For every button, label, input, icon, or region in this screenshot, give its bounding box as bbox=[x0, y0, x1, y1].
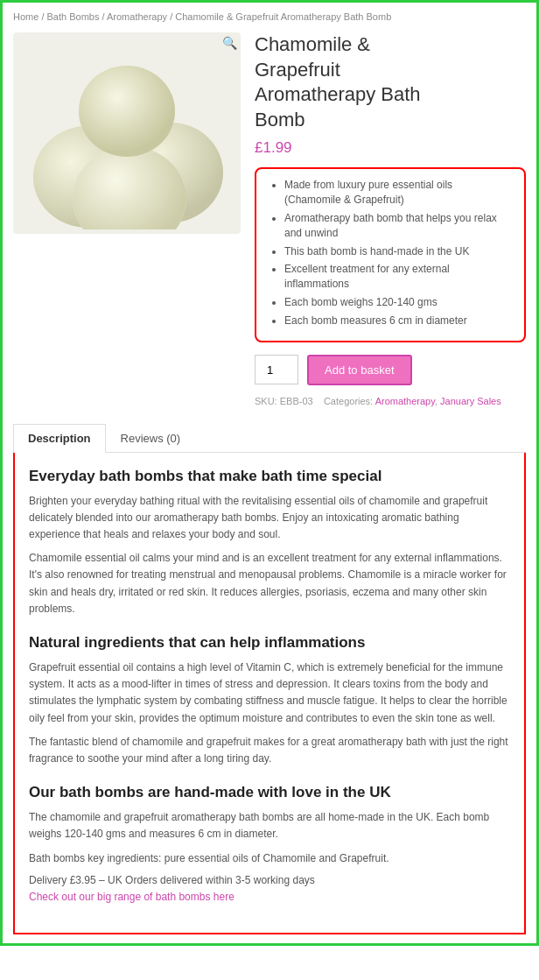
desc-para-3-2: Bath bombs key ingredients: pure essenti… bbox=[29, 850, 510, 867]
add-to-basket-button[interactable]: Add to basket bbox=[307, 355, 412, 385]
desc-section-3: Our bath bombs are hand-made with love i… bbox=[29, 783, 510, 903]
sku-value: EBB-03 bbox=[280, 396, 313, 406]
desc-heading-1: Everyday bath bombs that make bath time … bbox=[29, 467, 510, 486]
zoom-icon[interactable]: 🔍 bbox=[222, 36, 237, 50]
desc-para-3-1: The chamomile and grapefruit aromatherap… bbox=[29, 809, 510, 843]
desc-section-2: Natural ingredients that can help inflam… bbox=[29, 633, 510, 767]
add-to-basket-row: Add to basket bbox=[255, 355, 526, 385]
bath-bombs-link[interactable]: Check out our big range of bath bombs he… bbox=[29, 891, 234, 903]
categories-label: Categories: bbox=[324, 396, 373, 406]
breadcrumb-home[interactable]: Home bbox=[13, 11, 38, 22]
breadcrumb-aromatherapy[interactable]: Aromatherapy bbox=[107, 11, 167, 22]
product-image-svg bbox=[18, 37, 236, 229]
tab-description[interactable]: Description bbox=[13, 424, 106, 453]
breadcrumb: Home / Bath Bombs / Aromatherapy / Chamo… bbox=[13, 11, 526, 22]
product-image-area: 🔍 bbox=[13, 32, 241, 406]
feature-item: This bath bomb is hand-made in the UK bbox=[284, 244, 512, 259]
feature-item: Made from luxury pure essential oils (Ch… bbox=[284, 178, 512, 208]
sku-label: SKU: bbox=[255, 396, 277, 406]
feature-item: Each bomb weighs 120-140 gms bbox=[284, 295, 512, 310]
desc-para-1-2: Chamomile essential oil calms your mind … bbox=[29, 550, 510, 617]
delivery-text: Delivery £3.95 – UK Orders delivered wit… bbox=[29, 874, 510, 886]
product-details: Chamomile & Grapefruit Aromatherapy Bath… bbox=[255, 32, 526, 406]
product-section: 🔍 bbox=[13, 32, 526, 406]
desc-heading-3: Our bath bombs are hand-made with love i… bbox=[29, 783, 510, 802]
category-aromatherapy[interactable]: Aromatherapy bbox=[375, 396, 435, 406]
desc-para-2-2: The fantastic blend of chamomile and gra… bbox=[29, 734, 510, 767]
features-list: Made from luxury pure essential oils (Ch… bbox=[269, 178, 512, 328]
feature-item: Aromatherapy bath bomb that helps you re… bbox=[284, 211, 512, 241]
breadcrumb-bath-bombs[interactable]: Bath Bombs bbox=[47, 11, 100, 22]
desc-heading-2: Natural ingredients that can help inflam… bbox=[29, 633, 510, 652]
desc-para-2-1: Grapefruit essential oil contains a high… bbox=[29, 659, 510, 727]
product-image bbox=[13, 32, 241, 234]
category-january-sales[interactable]: January Sales bbox=[440, 396, 501, 406]
svg-point-7 bbox=[79, 66, 175, 157]
tabs-row: Description Reviews (0) bbox=[13, 424, 526, 453]
product-price: £1.99 bbox=[255, 139, 526, 157]
features-box: Made from luxury pure essential oils (Ch… bbox=[255, 167, 526, 342]
desc-para-1-1: Brighten your everyday bathing ritual wi… bbox=[29, 493, 510, 544]
description-content: Everyday bath bombs that make bath time … bbox=[13, 453, 526, 934]
breadcrumb-current: Chamomile & Grapefruit Aromatherapy Bath… bbox=[175, 11, 391, 22]
product-meta: SKU: EBB-03 Categories: Aromatherapy, Ja… bbox=[255, 396, 526, 406]
feature-item: Excellent treatment for any external inf… bbox=[284, 262, 512, 292]
tab-reviews[interactable]: Reviews (0) bbox=[106, 424, 196, 453]
desc-section-1: Everyday bath bombs that make bath time … bbox=[29, 467, 510, 617]
feature-item: Each bomb measures 6 cm in diameter bbox=[284, 314, 512, 328]
product-title: Chamomile & Grapefruit Aromatherapy Bath… bbox=[255, 32, 526, 132]
page-wrapper: Home / Bath Bombs / Aromatherapy / Chamo… bbox=[3, 3, 536, 943]
quantity-input[interactable] bbox=[255, 355, 298, 384]
